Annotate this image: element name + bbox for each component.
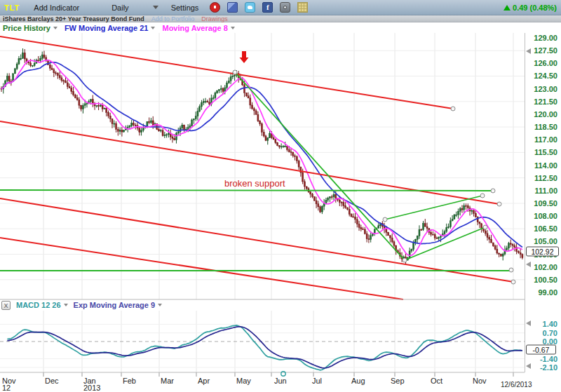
price-axis-label: 102.00 <box>534 263 557 271</box>
twitter-icon[interactable] <box>245 2 255 13</box>
price-change: 0.49 (0.48%) <box>503 4 557 12</box>
notes-icon[interactable] <box>297 2 308 13</box>
price-axis-label: 123.00 <box>534 85 557 93</box>
trendline-handle[interactable] <box>403 258 407 262</box>
ma21-dropdown-icon[interactable] <box>151 27 155 29</box>
price-axis-label: 115.50 <box>534 148 557 156</box>
fund-name: iShares Barclays 20+ Year Treasury Bond … <box>3 15 144 22</box>
last-price-value: 102.92 <box>531 248 553 256</box>
price-axis-label: 127.50 <box>534 46 557 55</box>
year-label: 12 <box>2 384 11 392</box>
price-axis-label: 126.00 <box>534 59 557 67</box>
month-label: May <box>236 377 251 385</box>
price-axis-label: 129.00 <box>534 34 557 42</box>
price-axis-label: 124.50 <box>534 72 557 80</box>
trendline-handle[interactable] <box>483 225 487 229</box>
macd-axis-label: -2.10 <box>540 363 557 372</box>
symbol-label[interactable]: TLT <box>4 4 20 12</box>
month-label: Nov <box>473 377 487 385</box>
up-arrow-icon <box>503 5 511 11</box>
facebook-icon[interactable]: f <box>262 2 273 13</box>
macd-axis-label: 0.00 <box>543 337 557 346</box>
camera-icon[interactable] <box>280 2 290 13</box>
macd-signal-label[interactable]: Exp Moving Average 9 <box>74 301 156 309</box>
price-axis-label: 106.50 <box>534 224 557 233</box>
macd-value: -0.67 <box>533 346 550 354</box>
price-axis-label: 105.00 <box>534 237 557 245</box>
trendline-handle[interactable] <box>451 107 455 111</box>
price-chart: broken support129.00127.50126.00124.5012… <box>0 0 561 392</box>
month-label: Mar <box>161 377 174 385</box>
price-history-dropdown-icon[interactable] <box>53 27 58 29</box>
month-label: Oct <box>431 377 442 385</box>
settings-button[interactable]: Settings <box>171 4 199 12</box>
chart-legend: Price History FW Moving Average 21 Movin… <box>0 23 561 32</box>
add-to-portfolio-link[interactable]: Add to Portfolio <box>151 15 195 22</box>
period-dropdown-icon[interactable] <box>153 6 158 9</box>
price-axis-label: 109.50 <box>534 199 557 208</box>
cube-icon[interactable] <box>227 2 238 13</box>
macd-signal-dropdown-icon[interactable] <box>158 304 162 306</box>
symbol-bar: iShares Barclays 20+ Year Treasury Bond … <box>0 15 561 22</box>
price-axis-label: 99.00 <box>538 288 557 297</box>
price-axis-label: 120.00 <box>534 110 557 119</box>
macd-panel-header: X MACD 12 26 Exp Moving Average 9 <box>1 300 162 310</box>
trendline-handle[interactable] <box>233 70 237 74</box>
month-label: Apr <box>198 377 210 385</box>
legend-ma8[interactable]: Moving Average 8 <box>162 24 227 32</box>
main-toolbar: TLT Add Indicator Daily Settings f 0.49 … <box>0 0 561 15</box>
legend-price-history[interactable]: Price History <box>3 24 50 32</box>
trendline-handle[interactable] <box>491 189 495 193</box>
macd-dropdown-icon[interactable] <box>64 304 68 306</box>
price-axis-label: 114.00 <box>534 161 557 170</box>
month-label: Feb <box>123 377 136 385</box>
macd-axis-label: 0.70 <box>543 329 557 337</box>
trendline-handle[interactable] <box>509 268 513 272</box>
price-axis-label: 121.50 <box>534 97 557 106</box>
month-label: Jul <box>312 377 322 385</box>
ma8-dropdown-icon[interactable] <box>231 27 235 29</box>
trendline-handle[interactable] <box>511 280 515 284</box>
end-date-label: 12/6/2013 <box>501 381 532 388</box>
period-dropdown[interactable]: Daily <box>111 4 128 12</box>
macd-axis-label: 1.40 <box>543 320 557 328</box>
trading-app-window: TLT Add Indicator Daily Settings f 0.49 … <box>0 0 561 392</box>
broken-support-label: broken support <box>224 178 285 189</box>
month-label: Jun <box>274 377 287 385</box>
trendline-handle[interactable] <box>497 202 501 206</box>
drawings-link[interactable]: Drawings <box>201 15 228 22</box>
green-trendline[interactable] <box>0 190 493 191</box>
trendline-handle[interactable] <box>480 194 485 198</box>
trendline-handle[interactable] <box>383 217 387 222</box>
price-axis-label: 108.00 <box>534 212 557 220</box>
macd-label[interactable]: MACD 12 26 <box>16 301 61 309</box>
month-label: Dec <box>45 377 59 385</box>
price-axis-label: 100.50 <box>534 276 557 284</box>
legend-ma21[interactable]: FW Moving Average 21 <box>65 24 149 32</box>
add-indicator-button[interactable]: Add Indicator <box>34 4 79 12</box>
month-label: Aug <box>351 377 365 385</box>
alarm-icon[interactable] <box>210 2 220 13</box>
price-axis-label: 117.00 <box>534 135 557 144</box>
year-label: 2013 <box>83 384 100 392</box>
price-axis-label: 118.50 <box>534 123 557 131</box>
price-axis-label: 111.00 <box>535 187 557 195</box>
change-value: 0.49 (0.48%) <box>513 4 557 12</box>
month-label: Sep <box>391 377 405 385</box>
macd-close-button[interactable]: X <box>1 301 11 310</box>
price-axis-label: 112.50 <box>534 174 557 182</box>
macd-axis-label: -1.40 <box>540 355 557 363</box>
